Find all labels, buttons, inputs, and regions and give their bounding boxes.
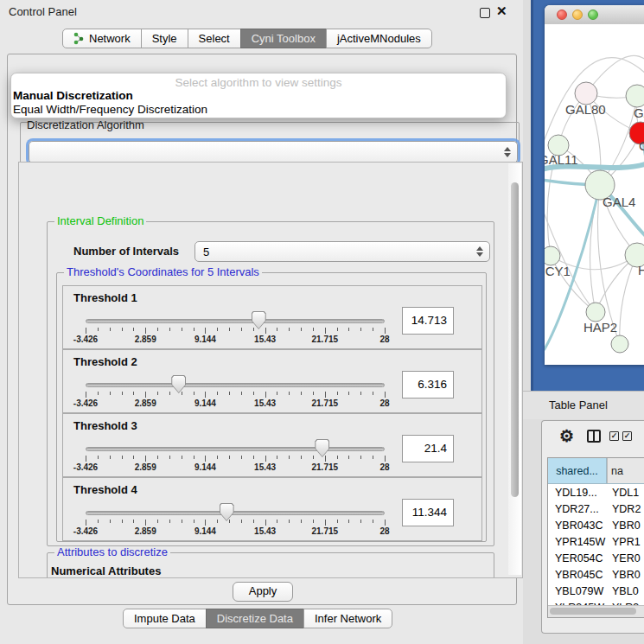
- algorithm-dropdown-popup: Select algorithm to view settings Manual…: [10, 73, 507, 118]
- close-icon[interactable]: ✕: [496, 3, 507, 19]
- number-of-intervals-combo[interactable]: 5: [194, 241, 490, 262]
- cell-shared-name: YBR043C: [548, 520, 607, 532]
- slider-tick: [145, 456, 146, 462]
- network-node-hap2[interactable]: [586, 303, 605, 322]
- settings-vertical-scrollbar[interactable]: [508, 163, 521, 575]
- table-row[interactable]: YBL079WYBL0: [548, 583, 644, 599]
- threshold-box-3: Threshold 3-3.4262.8599.14415.4321.71528…: [62, 413, 482, 477]
- interval-definition-label: Interval Definition: [54, 215, 146, 227]
- slider-tick: [157, 520, 158, 523]
- threshold-value-field[interactable]: 6.316: [402, 371, 454, 399]
- table-panel-title: Table Panel: [549, 399, 608, 411]
- slider-tick: [253, 328, 254, 331]
- algorithm-option-equal-width-frequency-discretization[interactable]: Equal Width/Frequency Discretization: [13, 103, 504, 117]
- mac-minimize-light-icon[interactable]: [572, 10, 583, 20]
- network-node-gcy1[interactable]: [545, 246, 560, 265]
- slider-tick-label: -3.426: [73, 462, 98, 472]
- network-canvas[interactable]: GAL80GAGGAL11GAL4GCY1HHAP2: [545, 24, 644, 365]
- settings-scrollbar-thumb[interactable]: [511, 182, 519, 497]
- tab-discretize-data[interactable]: Discretize Data: [206, 609, 304, 628]
- checkbox-icon[interactable]: ✓: [609, 431, 619, 441]
- network-edge[interactable]: [620, 255, 637, 344]
- slider-tick: [241, 392, 242, 395]
- columns-icon[interactable]: [587, 430, 601, 443]
- table-hscrollbar-thumb[interactable]: [550, 608, 636, 615]
- top-tab-strip: NetworkStyleSelectCyni ToolboxjActiveMNo…: [62, 29, 432, 48]
- threshold-slider-thumb[interactable]: [171, 375, 186, 393]
- slider-tick-label: 21.715: [312, 526, 339, 536]
- table-row[interactable]: YDL19...YDL1: [548, 484, 644, 501]
- network-node-gtop[interactable]: [626, 85, 644, 107]
- slider-tick: [122, 392, 123, 395]
- cell-shared-name: YBL079W: [548, 585, 607, 597]
- threshold-slider-track[interactable]: [86, 511, 385, 515]
- table-horizontal-scrollbar[interactable]: [548, 605, 644, 617]
- slider-tick-label: 21.715: [312, 462, 339, 472]
- slider-tick: [217, 520, 218, 523]
- column-header-shared-name[interactable]: shared...: [548, 458, 607, 483]
- tab-select[interactable]: Select: [188, 29, 241, 48]
- slider-tick: [182, 392, 182, 395]
- slider-tick: [277, 328, 277, 331]
- slider-tick: [157, 456, 158, 459]
- threshold-slider-thumb[interactable]: [220, 503, 234, 521]
- mac-zoom-light-icon[interactable]: [588, 10, 598, 20]
- threshold-slider-track[interactable]: [86, 383, 385, 387]
- float-icon[interactable]: [480, 8, 490, 18]
- slider-tick-label: -3.426: [73, 335, 98, 344]
- slider-tick-label: 15.43: [254, 399, 276, 408]
- threshold-box-2: Threshold 2-3.4262.8599.14415.4321.71528…: [62, 349, 482, 413]
- slider-tick: [301, 328, 302, 331]
- tab-infer-network[interactable]: Infer Network: [303, 609, 392, 628]
- slider-tick: [86, 328, 86, 334]
- gear-icon[interactable]: ⚙: [559, 428, 574, 444]
- threshold-label: Threshold 1: [73, 291, 137, 304]
- slider-tick: [86, 520, 86, 526]
- threshold-slider-track[interactable]: [86, 319, 385, 323]
- threshold-slider-thumb[interactable]: [315, 439, 329, 457]
- slider-tick: [145, 328, 146, 334]
- slider-tick: [241, 520, 242, 523]
- slider-tick: [194, 392, 194, 395]
- tab-style[interactable]: Style: [141, 29, 188, 48]
- threshold-slider-thumb[interactable]: [252, 311, 266, 329]
- slider-tick-label: 15.43: [254, 335, 276, 344]
- table-row[interactable]: YBR043CYBR0: [548, 517, 644, 533]
- slider-tick-label: 2.859: [135, 526, 156, 536]
- tab-label: Style: [152, 29, 177, 48]
- apply-button[interactable]: Apply: [233, 582, 293, 602]
- threshold-value-field[interactable]: 21.4: [402, 435, 454, 462]
- network-node-label: GA: [634, 105, 644, 120]
- tab-cyni-toolbox[interactable]: Cyni Toolbox: [240, 29, 327, 48]
- network-view-frame[interactable]: GAL80GAGGAL11GAL4GCY1HHAP2: [531, 0, 644, 391]
- threshold-value-field[interactable]: 14.713: [402, 307, 454, 335]
- mac-close-light-icon[interactable]: [557, 10, 567, 20]
- slider-tick: [241, 456, 242, 459]
- tab-impute-data[interactable]: Impute Data: [123, 609, 207, 628]
- slider-tick: [169, 328, 170, 331]
- node-table: shared... na YDL19...YDL1YDR27...YDR2YBR…: [547, 457, 644, 618]
- slider-tick: [122, 456, 123, 459]
- algorithm-option-manual-discretization[interactable]: Manual Discretization: [13, 89, 504, 103]
- cell-name: YDR2: [607, 503, 644, 515]
- network-icon: [73, 32, 85, 45]
- threshold-value-field[interactable]: 11.344: [402, 499, 454, 526]
- algorithm-combo[interactable]: [29, 141, 518, 163]
- checkbox-icon[interactable]: ✓: [622, 431, 632, 441]
- column-header-name[interactable]: na: [607, 458, 644, 483]
- slider-tick: [182, 520, 182, 523]
- network-node-bot[interactable]: [611, 335, 628, 353]
- slider-tick-label: 28: [379, 462, 389, 472]
- cell-name: YBR0: [607, 520, 644, 532]
- threshold-slider-track[interactable]: [86, 447, 385, 451]
- slider-tick: [301, 456, 302, 459]
- table-row[interactable]: YER054CYER0: [548, 550, 644, 566]
- table-row[interactable]: YBR045CYBR0: [548, 566, 644, 583]
- table-row[interactable]: YPR145WYPR1: [548, 533, 644, 550]
- table-row[interactable]: YDR27...YDR2: [548, 501, 644, 517]
- node-table-header: shared... na: [548, 458, 644, 483]
- slider-tick: [205, 328, 206, 334]
- tab-jactivemnodules[interactable]: jActiveMNodules: [326, 29, 432, 48]
- tab-network[interactable]: Network: [62, 29, 142, 48]
- slider-tick: [348, 456, 349, 459]
